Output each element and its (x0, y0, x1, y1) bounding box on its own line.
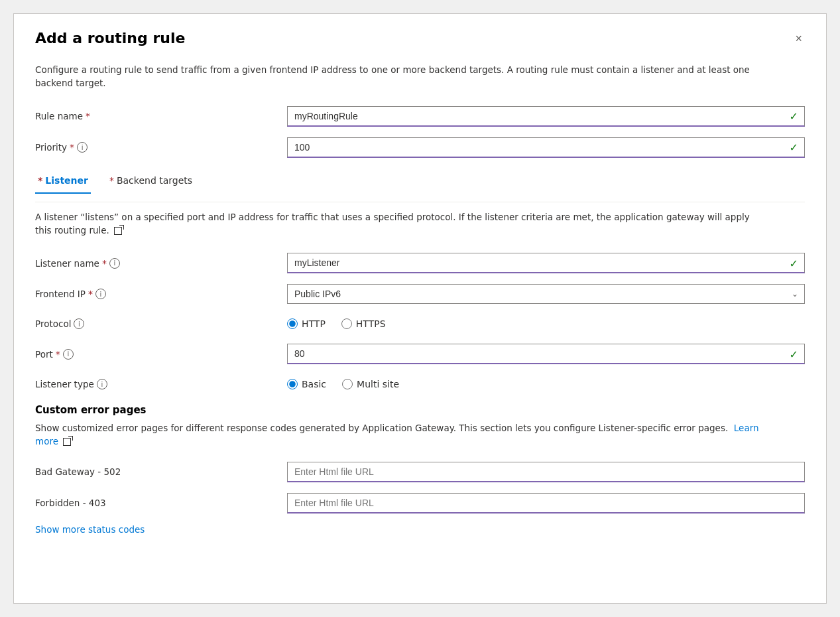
listener-type-label: Listener type i (35, 379, 287, 389)
forbidden-label: Forbidden - 403 (35, 498, 287, 508)
frontend-ip-select[interactable]: Public IPv6 Public IPv4 Private (287, 284, 805, 304)
dialog-header: Add a routing rule × (35, 30, 805, 47)
listener-type-multisite-label[interactable]: Multi site (342, 379, 399, 389)
listener-name-label: Listener name * i (35, 258, 287, 269)
protocol-https-label[interactable]: HTTPS (341, 318, 386, 329)
frontend-ip-row: Frontend IP * i Public IPv6 Public IPv4 … (35, 284, 805, 304)
close-button[interactable]: × (792, 30, 805, 47)
rule-name-field-wrapper: ✓ (287, 106, 805, 127)
custom-error-pages-description: Show customized error pages for differen… (35, 421, 764, 448)
protocol-http-radio[interactable] (287, 318, 298, 329)
forbidden-input[interactable] (287, 493, 805, 514)
tab-backend-targets[interactable]: * Backend targets (107, 169, 195, 194)
rule-name-label: Rule name * (35, 111, 287, 121)
rule-name-label-text: Rule name (35, 111, 83, 121)
listener-name-field-wrapper: ✓ (287, 253, 805, 273)
priority-label: Priority * i (35, 142, 287, 153)
bad-gateway-label: Bad Gateway - 502 (35, 466, 287, 477)
frontend-ip-info-icon[interactable]: i (95, 289, 106, 299)
priority-row: Priority * i ✓ (35, 137, 805, 158)
listener-type-row: Listener type i Basic Multi site (35, 375, 805, 393)
frontend-ip-label-text: Frontend IP (35, 289, 86, 299)
listener-type-label-text: Listener type (35, 379, 94, 389)
listener-name-info-icon[interactable]: i (109, 258, 120, 269)
listener-name-label-text: Listener name (35, 258, 99, 269)
rule-name-row: Rule name * ✓ (35, 106, 805, 127)
protocol-http-text: HTTP (302, 318, 326, 329)
listener-type-basic-text: Basic (302, 379, 326, 389)
rule-name-check-icon: ✓ (790, 110, 798, 123)
custom-error-pages-title: Custom error pages (35, 404, 805, 416)
protocol-radio-group: HTTP HTTPS (287, 314, 386, 333)
listener-type-basic-label[interactable]: Basic (287, 379, 326, 389)
frontend-ip-required: * (88, 289, 93, 299)
port-label: Port * i (35, 349, 287, 360)
bad-gateway-field-wrapper (287, 462, 805, 482)
priority-field-wrapper: ✓ (287, 137, 805, 158)
dialog-description: Configure a routing rule to send traffic… (35, 63, 764, 90)
add-routing-rule-dialog: Add a routing rule × Configure a routing… (13, 13, 827, 604)
listener-type-multisite-text: Multi site (357, 379, 399, 389)
forbidden-field-wrapper (287, 493, 805, 514)
port-input[interactable] (287, 344, 805, 364)
learn-more-external-link-icon[interactable] (63, 438, 71, 446)
protocol-http-label[interactable]: HTTP (287, 318, 326, 329)
custom-error-pages-section: Custom error pages Show customized error… (35, 404, 805, 535)
listener-description: A listener “listens” on a specified port… (35, 210, 764, 238)
frontend-ip-label: Frontend IP * i (35, 289, 287, 299)
port-required: * (56, 349, 60, 360)
priority-required: * (70, 142, 74, 153)
protocol-https-radio[interactable] (341, 318, 352, 329)
listener-type-radio-group: Basic Multi site (287, 375, 399, 393)
listener-name-required: * (102, 258, 107, 269)
tab-backend-label: Backend targets (117, 175, 192, 186)
listener-name-input[interactable] (287, 253, 805, 273)
port-check-icon: ✓ (790, 348, 798, 360)
port-row: Port * i ✓ (35, 344, 805, 364)
port-info-icon[interactable]: i (63, 349, 74, 360)
protocol-label: Protocol i (35, 318, 287, 329)
priority-input[interactable] (287, 137, 805, 158)
rule-name-required: * (86, 111, 90, 121)
priority-label-text: Priority (35, 142, 67, 153)
tabs-row: * Listener * Backend targets (35, 169, 805, 194)
tab-listener-required: * (38, 175, 42, 186)
rule-name-input[interactable] (287, 106, 805, 127)
protocol-info-icon[interactable]: i (74, 318, 84, 329)
tab-backend-required: * (109, 175, 114, 186)
show-more-status-codes-link[interactable]: Show more status codes (35, 524, 145, 535)
dialog-title: Add a routing rule (35, 30, 185, 46)
port-label-text: Port (35, 349, 53, 360)
listener-type-multisite-radio[interactable] (342, 379, 353, 389)
listener-type-basic-radio[interactable] (287, 379, 298, 389)
listener-external-link-icon[interactable] (114, 227, 122, 235)
show-more-wrapper: Show more status codes (35, 524, 805, 535)
listener-name-check-icon: ✓ (790, 257, 798, 269)
protocol-row: Protocol i HTTP HTTPS (35, 314, 805, 333)
bad-gateway-row: Bad Gateway - 502 (35, 462, 805, 482)
protocol-https-text: HTTPS (356, 318, 386, 329)
port-field-wrapper: ✓ (287, 344, 805, 364)
priority-check-icon: ✓ (790, 141, 798, 154)
tabs-divider (35, 202, 805, 202)
bad-gateway-input[interactable] (287, 462, 805, 482)
protocol-label-text: Protocol (35, 318, 71, 329)
tab-listener[interactable]: * Listener (35, 169, 91, 194)
priority-info-icon[interactable]: i (77, 142, 88, 153)
frontend-ip-select-wrapper: Public IPv6 Public IPv4 Private ⌄ (287, 284, 805, 304)
forbidden-row: Forbidden - 403 (35, 493, 805, 514)
listener-type-info-icon[interactable]: i (97, 379, 107, 389)
listener-name-row: Listener name * i ✓ (35, 253, 805, 273)
tab-listener-label: Listener (45, 175, 88, 186)
